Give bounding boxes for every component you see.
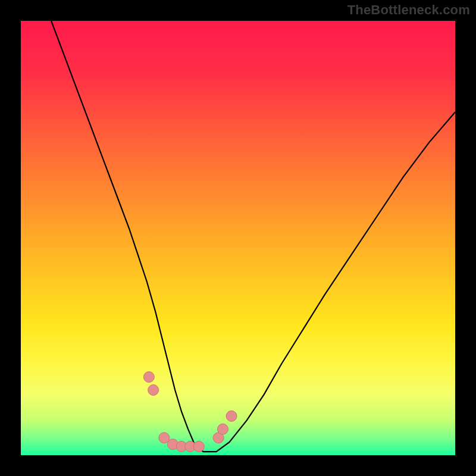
marker-point (143, 372, 154, 383)
marker-point (217, 424, 228, 434)
marker-point (148, 385, 159, 396)
marker-point (159, 433, 170, 443)
chart-frame: TheBottleneck.com (0, 0, 476, 476)
marker-point (193, 441, 204, 452)
marker-point (226, 411, 237, 421)
plot-area (21, 21, 455, 455)
watermark-text: TheBottleneck.com (347, 2, 470, 18)
chart-svg (21, 21, 455, 455)
gradient-background (21, 21, 455, 455)
